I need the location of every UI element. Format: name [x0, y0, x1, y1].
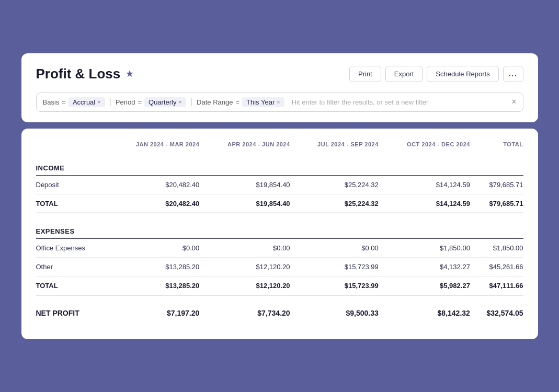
net-profit-total: $32,574.05 — [470, 299, 523, 322]
net-profit-q2: $7,734.20 — [199, 299, 290, 322]
filter-separator-2: | — [190, 97, 192, 107]
total-q4: $14,124.59 — [379, 194, 470, 213]
total-q1: $13,285.20 — [107, 276, 199, 295]
net-profit-q3: $9,500.33 — [290, 299, 379, 322]
filter-equals-daterange: = — [235, 98, 239, 106]
total-q2: $12,120.20 — [199, 276, 290, 295]
table-row: Office Expenses $0.00 $0.00 $0.00 $1,850… — [36, 239, 523, 258]
filter-value-period[interactable]: Quarterly × — [144, 97, 186, 107]
row-q1: $20,482.40 — [107, 175, 199, 194]
more-options-button[interactable]: ... — [503, 66, 523, 82]
total-label: TOTAL — [36, 276, 108, 295]
filter-equals-period: = — [138, 98, 142, 106]
row-q2: $0.00 — [199, 239, 290, 258]
row-q4: $1,850.00 — [379, 239, 470, 258]
total-row: TOTAL $20,482.40 $19,854.40 $25,224.32 $… — [36, 194, 523, 213]
page-title: Profit & Loss — [36, 66, 121, 82]
section-header-row: INCOME — [36, 154, 523, 176]
filter-remove-period-icon[interactable]: × — [178, 99, 181, 105]
header-top: Profit & Loss ★ Print Export Schedule Re… — [36, 66, 523, 82]
filter-value-daterange[interactable]: This Year × — [242, 97, 284, 107]
row-q4: $4,132.27 — [379, 258, 470, 276]
filter-remove-daterange-icon[interactable]: × — [277, 99, 280, 105]
data-card: JAN 2024 - MAR 2024 APR 2024 - JUN 2024 … — [21, 129, 538, 339]
col-header-q1: JAN 2024 - MAR 2024 — [107, 141, 199, 154]
section-header-row: EXPENSES — [36, 217, 523, 239]
row-total: $45,261.66 — [470, 258, 523, 276]
net-profit-label: NET PROFIT — [36, 299, 108, 322]
col-header-q2: APR 2024 - JUN 2024 — [199, 141, 290, 154]
total-q2: $19,854.40 — [199, 194, 290, 213]
row-label: Other — [36, 258, 108, 276]
row-q3: $15,723.99 — [290, 258, 379, 276]
total-label: TOTAL — [36, 194, 108, 213]
row-label: Office Expenses — [36, 239, 108, 258]
section-title: INCOME — [36, 154, 523, 176]
filter-placeholder-text[interactable]: Hit enter to filter the results, or set … — [292, 98, 508, 106]
report-table: JAN 2024 - MAR 2024 APR 2024 - JUN 2024 … — [36, 141, 523, 322]
schedule-reports-button[interactable]: Schedule Reports — [427, 66, 498, 82]
row-total: $1,850.00 — [470, 239, 523, 258]
col-header-total: TOTAL — [470, 141, 523, 154]
col-header-q4: OCT 2024 - DEC 2024 — [379, 141, 470, 154]
title-group: Profit & Loss ★ — [36, 66, 134, 82]
table-row: Deposit $20,482.40 $19,854.40 $25,224.32… — [36, 175, 523, 194]
total-row: TOTAL $13,285.20 $12,120.20 $15,723.99 $… — [36, 276, 523, 295]
section-title: EXPENSES — [36, 217, 523, 239]
total-q4: $5,982.27 — [379, 276, 470, 295]
filter-value-basis[interactable]: Accrual × — [69, 97, 105, 107]
table-row: Other $13,285.20 $12,120.20 $15,723.99 $… — [36, 258, 523, 276]
spacer-row — [36, 213, 523, 217]
header-card: Profit & Loss ★ Print Export Schedule Re… — [21, 53, 538, 122]
filter-bar: Basis = Accrual × | Period = Quarterly ×… — [36, 93, 523, 112]
filter-remove-basis-icon[interactable]: × — [97, 99, 100, 105]
total-q3: $25,224.32 — [290, 194, 379, 213]
table-header-row: JAN 2024 - MAR 2024 APR 2024 - JUN 2024 … — [36, 141, 523, 154]
col-header-label — [36, 141, 108, 154]
row-q1: $0.00 — [107, 239, 199, 258]
filter-chip-period: Period = Quarterly × — [116, 97, 186, 107]
total-total: $47,111.66 — [470, 276, 523, 295]
net-profit-row: NET PROFIT $7,197.20 $7,734.20 $9,500.33… — [36, 299, 523, 322]
main-container: Profit & Loss ★ Print Export Schedule Re… — [13, 45, 546, 348]
net-profit-q1: $7,197.20 — [107, 299, 199, 322]
filter-chip-daterange: Date Range = This Year × — [197, 97, 284, 107]
row-q3: $0.00 — [290, 239, 379, 258]
header-actions: Print Export Schedule Reports ... — [349, 66, 523, 82]
filter-separator-1: | — [109, 97, 111, 107]
col-header-q3: JUL 2024 - SEP 2024 — [290, 141, 379, 154]
row-label: Deposit — [36, 175, 108, 194]
net-profit-q4: $8,142.32 — [379, 299, 470, 322]
favorite-star-icon[interactable]: ★ — [126, 68, 134, 79]
filter-label-daterange: Date Range — [197, 98, 233, 106]
total-q3: $15,723.99 — [290, 276, 379, 295]
total-q1: $20,482.40 — [107, 194, 199, 213]
row-total: $79,685.71 — [470, 175, 523, 194]
row-q4: $14,124.59 — [379, 175, 470, 194]
spacer-row — [36, 295, 523, 299]
export-button[interactable]: Export — [385, 66, 423, 82]
row-q2: $19,854.40 — [199, 175, 290, 194]
print-button[interactable]: Print — [349, 66, 381, 82]
filter-chip-basis: Basis = Accrual × — [43, 97, 105, 107]
filter-label-basis: Basis — [43, 98, 60, 106]
filter-label-period: Period — [116, 98, 135, 106]
filter-equals-basis: = — [62, 98, 66, 106]
filter-close-icon[interactable]: × — [511, 97, 516, 107]
row-q2: $12,120.20 — [199, 258, 290, 276]
total-total: $79,685.71 — [470, 194, 523, 213]
row-q1: $13,285.20 — [107, 258, 199, 276]
row-q3: $25,224.32 — [290, 175, 379, 194]
